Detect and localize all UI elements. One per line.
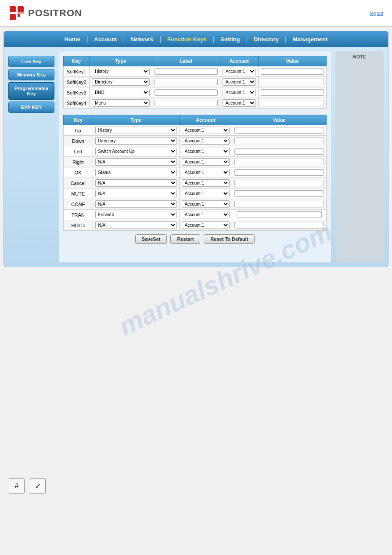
restart-button[interactable]: Restart <box>170 234 200 244</box>
nk-account-select-4[interactable]: Account 1Account 2Account 3 <box>182 169 230 176</box>
nav-function-keys[interactable]: Function Keys <box>161 36 213 43</box>
sk-type-select-2[interactable]: N/AHistoryDirectoryDNDMenuStatusForwardS… <box>92 89 149 96</box>
nk-type-4[interactable]: N/AHistoryDirectoryDNDMenuStatusForwardS… <box>93 167 179 178</box>
sk-type-1[interactable]: N/AHistoryDirectoryDNDMenuStatusForwardS… <box>90 77 152 87</box>
nk-value-9[interactable] <box>232 220 327 231</box>
sidebar-line-key[interactable]: Line Key <box>8 56 54 67</box>
nk-type-select-9[interactable]: N/AHistoryDirectoryDNDMenuStatusForwardS… <box>95 221 177 229</box>
nk-value-input-6[interactable] <box>234 190 324 197</box>
nk-value-2[interactable] <box>232 146 327 157</box>
nk-type-select-3[interactable]: N/AHistoryDirectoryDNDMenuStatusForwardS… <box>95 158 177 166</box>
nk-value-7[interactable] <box>232 199 327 210</box>
nk-account-select-0[interactable]: Account 1Account 2Account 3 <box>182 127 230 134</box>
nk-account-5[interactable]: Account 1Account 2Account 3 <box>179 178 232 189</box>
sk-account-2[interactable]: Account 1Account 2Account 3 <box>220 87 258 98</box>
nk-value-input-4[interactable] <box>234 169 324 176</box>
nk-type-select-4[interactable]: N/AHistoryDirectoryDNDMenuStatusForwardS… <box>95 169 177 176</box>
nk-type-8[interactable]: N/AHistoryDirectoryDNDMenuStatusForwardS… <box>93 210 179 220</box>
nk-value-input-1[interactable] <box>234 138 324 144</box>
nk-type-select-0[interactable]: N/AHistoryDirectoryDNDMenuStatusForwardS… <box>95 127 177 134</box>
nk-value-input-8[interactable] <box>237 211 322 218</box>
sk-account-1[interactable]: Account 1Account 2Account 3 <box>220 77 258 87</box>
nk-account-select-6[interactable]: Account 1Account 2Account 3 <box>182 190 230 197</box>
nk-account-0[interactable]: Account 1Account 2Account 3 <box>179 125 232 136</box>
nk-value-0[interactable] <box>232 125 327 136</box>
nk-account-4[interactable]: Account 1Account 2Account 3 <box>179 167 232 178</box>
nk-type-select-6[interactable]: N/AHistoryDirectoryDNDMenuStatusForwardS… <box>95 190 177 197</box>
nav-directory[interactable]: Directory <box>248 36 285 43</box>
nk-value-6[interactable] <box>232 189 327 199</box>
sk-label-1[interactable] <box>152 77 220 87</box>
nk-type-1[interactable]: N/AHistoryDirectoryDNDMenuStatusForwardS… <box>93 136 179 146</box>
nk-account-select-2[interactable]: Account 1Account 2Account 3 <box>182 148 230 155</box>
sk-label-input-1[interactable] <box>155 79 218 85</box>
sk-type-2[interactable]: N/AHistoryDirectoryDNDMenuStatusForwardS… <box>90 87 152 98</box>
nk-value-input-9[interactable] <box>234 222 324 229</box>
reset-button[interactable]: Reset To Default <box>204 234 255 244</box>
sk-value-input-3[interactable] <box>261 100 324 106</box>
nk-value-input-3[interactable] <box>234 159 324 165</box>
nk-type-select-8[interactable]: N/AHistoryDirectoryDNDMenuStatusForwardS… <box>95 211 177 218</box>
nk-account-select-3[interactable]: Account 1Account 2Account 3 <box>182 158 230 166</box>
sk-value-input-0[interactable] <box>261 68 324 75</box>
sk-type-select-0[interactable]: N/AHistoryDirectoryDNDMenuStatusForwardS… <box>92 68 149 75</box>
nk-value-input-2[interactable] <box>234 148 324 155</box>
sidebar-exp-key[interactable]: EXP KEY <box>8 102 54 113</box>
sk-label-2[interactable] <box>152 87 220 98</box>
nk-value-4[interactable] <box>232 167 327 178</box>
sk-value-0[interactable] <box>258 66 326 77</box>
nav-account[interactable]: Account <box>88 36 123 43</box>
nk-type-select-1[interactable]: N/AHistoryDirectoryDNDMenuStatusForwardS… <box>95 137 177 145</box>
nk-value-input-5[interactable] <box>234 180 324 186</box>
nk-type-5[interactable]: N/AHistoryDirectoryDNDMenuStatusForwardS… <box>93 178 179 189</box>
nk-value-8[interactable] <box>232 210 327 220</box>
nk-type-9[interactable]: N/AHistoryDirectoryDNDMenuStatusForwardS… <box>93 220 179 231</box>
nk-type-0[interactable]: N/AHistoryDirectoryDNDMenuStatusForwardS… <box>93 125 179 136</box>
nav-setting[interactable]: Setting <box>214 36 246 43</box>
sk-label-input-3[interactable] <box>155 100 218 106</box>
sk-type-3[interactable]: N/AHistoryDirectoryDNDMenuStatusForwardS… <box>90 98 152 109</box>
nk-account-8[interactable]: Account 1Account 2Account 3 <box>179 210 232 220</box>
nav-management[interactable]: Management <box>287 36 334 43</box>
nk-type-select-5[interactable]: N/AHistoryDirectoryDNDMenuStatusForwardS… <box>95 179 177 187</box>
nk-value-5[interactable] <box>232 178 327 189</box>
nk-account-select-8[interactable]: Account 1Account 2Account 3 <box>182 211 230 218</box>
nk-value-input-0[interactable] <box>234 127 324 134</box>
nav-home[interactable]: Home <box>58 36 86 43</box>
nk-type-2[interactable]: N/AHistoryDirectoryDNDMenuStatusForwardS… <box>93 146 179 157</box>
sk-type-select-3[interactable]: N/AHistoryDirectoryDNDMenuStatusForwardS… <box>92 99 149 107</box>
nk-account-select-9[interactable]: Account 1Account 2Account 3 <box>182 221 230 229</box>
sidebar-programmable-key[interactable]: Programmable Key <box>8 82 54 100</box>
sk-value-input-2[interactable] <box>261 89 324 96</box>
nk-account-9[interactable]: Account 1Account 2Account 3 <box>179 220 232 231</box>
sk-type-select-1[interactable]: N/AHistoryDirectoryDNDMenuStatusForwardS… <box>92 78 149 86</box>
nk-account-2[interactable]: Account 1Account 2Account 3 <box>179 146 232 157</box>
nk-type-select-2[interactable]: N/AHistoryDirectoryDNDMenuStatusForwardS… <box>95 148 177 155</box>
saveset-button[interactable]: SaveSet <box>135 234 167 244</box>
sk-account-0[interactable]: Account 1Account 2Account 3 <box>220 66 258 77</box>
nk-account-7[interactable]: Account 1Account 2Account 3 <box>179 199 232 210</box>
nk-account-3[interactable]: Account 1Account 2Account 3 <box>179 157 232 167</box>
sk-value-input-1[interactable] <box>261 79 324 85</box>
nk-account-select-1[interactable]: Account 1Account 2Account 3 <box>182 137 230 145</box>
sk-value-2[interactable] <box>258 87 326 98</box>
sk-account-select-0[interactable]: Account 1Account 2Account 3 <box>223 68 256 75</box>
sidebar-memory-key[interactable]: Memory Key <box>8 69 54 80</box>
nk-value-3[interactable] <box>232 157 327 167</box>
sk-value-3[interactable] <box>258 98 326 109</box>
nk-account-1[interactable]: Account 1Account 2Account 3 <box>179 136 232 146</box>
nk-account-6[interactable]: Account 1Account 2Account 3 <box>179 189 232 199</box>
sk-label-input-2[interactable] <box>155 89 218 96</box>
nk-account-select-7[interactable]: Account 1Account 2Account 3 <box>182 200 230 208</box>
logout-link[interactable]: logout <box>370 11 383 16</box>
sk-account-select-2[interactable]: Account 1Account 2Account 3 <box>223 89 256 96</box>
nk-account-select-5[interactable]: Account 1Account 2Account 3 <box>182 179 230 187</box>
sk-label-0[interactable] <box>152 66 220 77</box>
nk-type-3[interactable]: N/AHistoryDirectoryDNDMenuStatusForwardS… <box>93 157 179 167</box>
sk-value-1[interactable] <box>258 77 326 87</box>
nk-type-6[interactable]: N/AHistoryDirectoryDNDMenuStatusForwardS… <box>93 189 179 199</box>
nk-value-1[interactable] <box>232 136 327 146</box>
sk-account-select-1[interactable]: Account 1Account 2Account 3 <box>223 78 256 86</box>
nk-type-7[interactable]: N/AHistoryDirectoryDNDMenuStatusForwardS… <box>93 199 179 210</box>
nk-value-input-7[interactable] <box>234 201 324 207</box>
